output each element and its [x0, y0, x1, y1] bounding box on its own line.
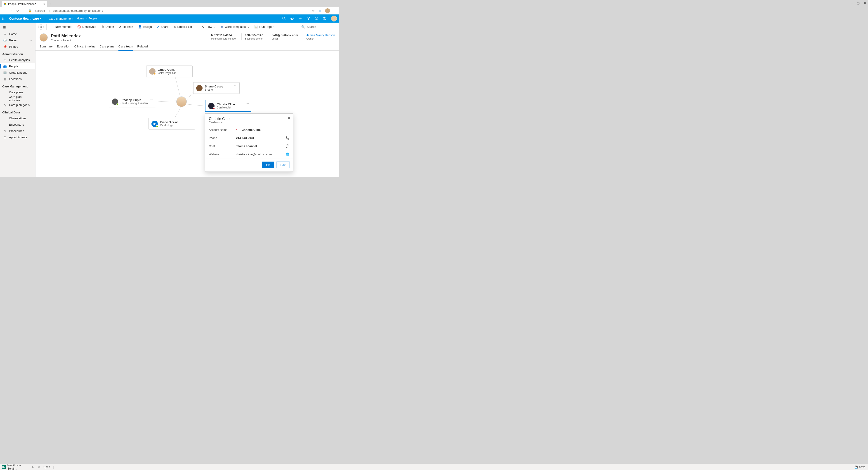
- svg-line-22: [155, 101, 176, 102]
- nav-care-plan-goals[interactable]: ◎Care plan goals: [0, 102, 35, 108]
- settings-gear-icon[interactable]: [315, 17, 318, 21]
- nav-refresh-icon[interactable]: ⟳: [16, 9, 20, 13]
- cmd-new-member[interactable]: ＋New member: [48, 23, 74, 31]
- popup-row-phone[interactable]: Phone 214-543-2931 📞: [205, 134, 293, 142]
- section-care-management: Care Management: [0, 82, 35, 89]
- browser-tab[interactable]: People: Patti Melendez ×: [2, 1, 47, 7]
- breadcrumb: Home › People ›: [77, 17, 99, 20]
- app-launcher-icon[interactable]: [2, 17, 5, 21]
- clock-icon: 🕒: [3, 38, 7, 42]
- meta-owner[interactable]: James Maury Henson Owner: [303, 33, 335, 40]
- nav-appointments[interactable]: 🗓Appointments: [0, 134, 35, 140]
- cmd-deactivate[interactable]: 🚫Deactivate: [75, 23, 98, 31]
- cmd-assign[interactable]: 👤Assign: [136, 23, 154, 31]
- tab-care-team[interactable]: Care team: [119, 45, 133, 51]
- ok-button[interactable]: Ok: [262, 162, 274, 168]
- close-tab-icon[interactable]: ×: [43, 2, 45, 6]
- nav-forward-icon[interactable]: →: [9, 9, 13, 13]
- tab-care-plans[interactable]: Care plans: [100, 45, 114, 51]
- chevron-right-icon: ›: [99, 18, 99, 20]
- nav-care-plan-activities[interactable]: Care plan activities: [0, 95, 35, 102]
- svg-point-13: [283, 17, 285, 19]
- cmd-flow[interactable]: ∿Flow⌄: [199, 23, 218, 31]
- nav-observations[interactable]: Observations: [0, 115, 35, 121]
- svg-line-14: [285, 19, 285, 20]
- nav-encounters[interactable]: Encounters: [0, 121, 35, 128]
- nav-back-icon[interactable]: ←: [2, 9, 6, 13]
- center-patient-avatar[interactable]: [176, 96, 187, 107]
- breadcrumb-home[interactable]: Home: [77, 17, 84, 20]
- help-icon[interactable]: [323, 17, 327, 21]
- globe-icon[interactable]: 🌐: [286, 153, 289, 156]
- record-type[interactable]: Contact · Patient⌄: [51, 39, 81, 42]
- nav-recent[interactable]: 🕒Recent⌄: [0, 37, 35, 43]
- tab-summary[interactable]: Summary: [39, 45, 53, 51]
- svg-rect-1: [5, 3, 6, 4]
- tab-clinical-timeline[interactable]: Clinical timeline: [74, 45, 96, 51]
- cmd-email-link[interactable]: ✉Email a Link⌄: [171, 23, 199, 31]
- sidebar-toggle-icon[interactable]: ☰: [0, 24, 35, 31]
- user-avatar[interactable]: [331, 15, 337, 22]
- nav-home[interactable]: ⌂Home: [0, 31, 35, 37]
- global-search-icon[interactable]: [282, 17, 286, 21]
- address-url[interactable]: contosohealthcare.crm.dynamics.com/: [53, 9, 308, 12]
- nav-organizations[interactable]: 🏢Organizations: [0, 69, 35, 76]
- nav-procedures[interactable]: ✎Procedures: [0, 128, 35, 134]
- popup-row-account[interactable]: Account Name * Christie Cline: [205, 126, 293, 134]
- nav-health-analytics[interactable]: ⊞Health analytics: [0, 57, 35, 63]
- task-flow-icon[interactable]: [290, 17, 294, 21]
- search-icon: 🔍: [301, 25, 305, 29]
- care-team-node-pradeep[interactable]: ⋯ Pradeep GuptaChief Nursing Assistant: [109, 96, 155, 107]
- pin-icon: 📌: [3, 45, 7, 49]
- browser-more-icon[interactable]: ⋯: [333, 9, 337, 13]
- breadcrumb-people[interactable]: People: [88, 17, 97, 20]
- cmd-word-templates[interactable]: ▦Word Templates⌄: [218, 23, 252, 31]
- quick-create-icon[interactable]: [298, 17, 302, 21]
- node-more-icon[interactable]: ⋯: [150, 97, 153, 101]
- share-icon: ↗: [157, 25, 159, 29]
- favorite-icon[interactable]: ☆: [311, 9, 315, 13]
- tab-education[interactable]: Education: [57, 45, 70, 51]
- lock-icon: 🔒: [28, 9, 32, 13]
- svg-line-25: [186, 104, 205, 106]
- area-name[interactable]: Care Management: [49, 17, 73, 20]
- cmd-delete[interactable]: 🗑Delete: [99, 23, 116, 31]
- phone-icon[interactable]: 📞: [286, 136, 289, 139]
- edit-button[interactable]: Edit: [276, 162, 290, 168]
- avatar: [149, 68, 156, 74]
- required-asterisk: *: [236, 128, 237, 131]
- care-team-node-shane[interactable]: ⋯ Shane CaseyBrother: [193, 82, 240, 94]
- chat-icon[interactable]: 💬: [286, 145, 289, 148]
- new-tab-button[interactable]: +: [47, 1, 53, 7]
- node-more-icon[interactable]: ⋯: [246, 102, 249, 105]
- browser-profile-avatar[interactable]: [325, 8, 330, 13]
- care-team-node-christie[interactable]: ⋯ Christie ClineCardiologist: [205, 100, 251, 112]
- nav-locations[interactable]: ▥Locations: [0, 76, 35, 82]
- svg-point-15: [291, 17, 293, 20]
- nav-pinned[interactable]: 📌Pinned⌄: [0, 43, 35, 50]
- care-team-node-diego[interactable]: ⋯ MK Diego SicilianiCardiologist: [149, 118, 195, 129]
- svg-point-11: [4, 19, 4, 20]
- nav-people[interactable]: 👥People: [0, 63, 35, 69]
- nav-care-plans[interactable]: Care plans: [0, 89, 35, 95]
- cmd-run-report[interactable]: 📊Run Report⌄: [252, 23, 280, 31]
- popup-row-website[interactable]: Website christie.cline@contoso.com 🌐: [205, 150, 293, 158]
- node-more-icon[interactable]: ⋯: [187, 67, 191, 71]
- app-name[interactable]: Contoso Healthcare ▾: [9, 17, 41, 20]
- browser-tab-title: People: Patti Melendez: [8, 2, 36, 6]
- cmd-refresh[interactable]: ⟳Refresh: [117, 23, 135, 31]
- avatar: MK: [151, 121, 158, 127]
- node-more-icon[interactable]: ⋯: [234, 84, 238, 88]
- chevron-down-icon: ⌄: [248, 26, 249, 28]
- popup-row-chat[interactable]: Chat Teams channel 💬: [205, 142, 293, 150]
- form-search[interactable]: 🔍 Search: [299, 24, 337, 30]
- tab-related[interactable]: Related: [137, 45, 148, 51]
- cmd-share[interactable]: ↗Share: [155, 23, 171, 31]
- org-icon: 🏢: [3, 71, 7, 74]
- care-team-node-grady[interactable]: ⋯ Grady ArchieChief Physician: [146, 65, 193, 77]
- close-icon[interactable]: ✕: [288, 116, 290, 120]
- node-more-icon[interactable]: ⋯: [189, 120, 193, 123]
- record-privacy-icon[interactable]: ⊙: [38, 24, 43, 30]
- store-icon[interactable]: ▤: [318, 9, 322, 13]
- filter-icon[interactable]: [307, 17, 310, 21]
